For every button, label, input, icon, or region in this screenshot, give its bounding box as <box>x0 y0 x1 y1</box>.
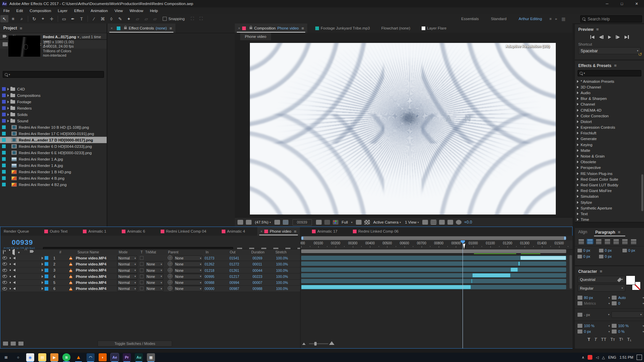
layer-audio-icon[interactable] <box>13 287 15 290</box>
selection-tool-icon[interactable]: ↖ <box>0 15 8 22</box>
panel-menu-icon[interactable]: ≡ <box>302 26 304 31</box>
layer-in-value[interactable]: 01262 <box>205 262 214 266</box>
effects-category-row[interactable]: Red Giant Color Suite <box>575 176 644 182</box>
expand-arrow-icon[interactable] <box>577 207 579 209</box>
layer-clip-bar[interactable] <box>520 256 566 260</box>
flowchart-button-icon[interactable] <box>447 220 453 225</box>
effects-category-row[interactable]: Noise & Grain <box>575 153 644 159</box>
hand-tool-icon[interactable]: ✳ <box>9 15 17 22</box>
region-of-interest-icon[interactable] <box>283 220 288 225</box>
layer-in-value[interactable]: 00995 <box>205 275 214 279</box>
layer-mode-dropdown[interactable]: Normal▾ <box>117 268 137 273</box>
layer-parent-dropdown[interactable]: None▾ <box>174 274 203 279</box>
close-tab-icon[interactable]: × <box>238 26 240 30</box>
layer-t-checkbox[interactable] <box>140 262 144 266</box>
panel-menu-icon[interactable]: ≡ <box>614 63 617 68</box>
project-folder-row[interactable]: C4D <box>0 86 107 92</box>
parent-pickwhip-icon[interactable]: @ <box>168 255 172 260</box>
rotate-tool-icon[interactable]: ↻ <box>30 15 38 22</box>
effects-scrollbar[interactable] <box>641 174 643 211</box>
layer-clip-bar[interactable] <box>471 279 472 283</box>
expand-arrow-icon[interactable] <box>577 195 579 198</box>
layer-video-icon[interactable] <box>2 256 7 259</box>
layer-parent-dropdown[interactable]: None▾ <box>174 286 203 291</box>
project-folder-row[interactable]: Renders <box>0 105 107 111</box>
project-folder-row[interactable]: Compositions <box>0 92 107 99</box>
layer-row-5[interactable]: 5Phone video.MP4Normal▾None▾@None▾009880… <box>0 280 300 286</box>
layer-stretch-value[interactable]: 100.0% <box>276 281 288 285</box>
label-color-chip[interactable] <box>2 106 6 110</box>
timeline-tab-render-queue[interactable]: Render Queue <box>0 227 32 236</box>
justify-last-left-button[interactable] <box>604 239 611 244</box>
expand-arrow-icon[interactable] <box>7 101 9 103</box>
recording-icon[interactable] <box>588 355 592 360</box>
expand-arrow-icon[interactable] <box>577 80 579 83</box>
layer-trkmat-dropdown[interactable]: None▾ <box>145 280 163 285</box>
indent-first-line-field[interactable]: 0 px <box>599 248 623 252</box>
timeline-tab-redmi-linked-comp-04[interactable]: Redmi Linked Comp 04 <box>157 227 210 236</box>
label-color-chip[interactable] <box>2 132 6 135</box>
roto-brush-tool-icon[interactable]: ✎ <box>116 15 124 22</box>
layer-row-6[interactable]: 6Phone video.MP4Normal▾None▾@None▾000000… <box>0 286 300 292</box>
effects-category-row[interactable]: Keying <box>575 142 644 147</box>
project-file-row[interactable]: Redmi Ani Render 6 E HD[0000-0233].png <box>0 149 107 156</box>
transparency-grid-icon[interactable] <box>364 220 370 225</box>
timeline-tab-animatic-17[interactable]: Animatic 17 <box>309 227 341 236</box>
interpret-footage-icon[interactable] <box>3 42 8 46</box>
composition-viewport[interactable]: F A N Adaptive Resolution (1/2) <box>235 40 573 217</box>
layer-lane-6[interactable] <box>301 284 573 290</box>
project-file-row[interactable]: Redmi Ani Render 1 A.jpg <box>0 156 107 162</box>
kerning-field[interactable]: Metrics▾ <box>578 301 610 305</box>
taskbar-utility-icon[interactable]: ▦ <box>147 353 155 361</box>
layer-row-2[interactable]: 2Phone video.MP4Normal▾None▾@None▾012620… <box>0 261 300 267</box>
effects-category-row[interactable]: CINEMA 4D <box>575 107 644 113</box>
taskbar-firefox-icon[interactable]: ◗ <box>99 353 107 361</box>
project-search-input[interactable]: ▾ <box>3 71 104 78</box>
expand-arrow-icon[interactable] <box>577 218 579 221</box>
fast-previews-icon[interactable] <box>431 220 436 225</box>
close-tab-icon[interactable]: × <box>261 230 263 233</box>
view-layout-dropdown[interactable]: 1 View ▾ <box>405 220 419 224</box>
label-color-chip[interactable] <box>2 170 6 174</box>
font-size-field[interactable]: 80 px▾ <box>578 296 610 300</box>
snapshot-icon[interactable] <box>316 220 322 225</box>
parent-pickwhip-icon[interactable]: @ <box>168 261 172 266</box>
layer-audio-icon[interactable] <box>13 281 15 284</box>
layer-in-value[interactable]: 00988 <box>205 281 214 285</box>
layer-parent-dropdown[interactable]: None▾ <box>174 280 203 285</box>
taskbar-spotify-icon[interactable]: ≋ <box>62 353 70 361</box>
layer-expand-icon[interactable] <box>42 263 43 265</box>
layer-clip-bar[interactable] <box>511 267 518 272</box>
show-channel-icon[interactable] <box>333 220 338 225</box>
panel-menu-icon[interactable]: ≡ <box>294 229 297 234</box>
expand-arrow-icon[interactable] <box>577 166 579 169</box>
navigator-start-handle[interactable] <box>301 236 304 240</box>
snapping-checkbox[interactable]: Snapping <box>163 17 185 21</box>
layer-color-chip[interactable] <box>45 268 48 272</box>
layer-mode-dropdown[interactable]: Normal▾ <box>117 261 137 267</box>
menu-animation[interactable]: Animation <box>87 9 111 13</box>
zoom-tool-icon[interactable]: ⌕ <box>18 15 26 22</box>
baseline-shift-field[interactable]: 0 px▾ <box>578 329 610 334</box>
menu-composition[interactable]: Composition <box>26 9 54 13</box>
workspace-standard[interactable]: Standard <box>491 17 507 21</box>
effects-category-row[interactable]: Matte <box>575 147 644 153</box>
expand-arrow-icon[interactable] <box>577 201 579 204</box>
parent-pickwhip-icon[interactable]: @ <box>168 268 172 273</box>
expand-arrow-icon[interactable] <box>577 213 579 215</box>
rectangle-tool-icon[interactable]: ▭ <box>60 15 68 22</box>
layer-expand-icon[interactable] <box>42 281 43 284</box>
layer-expand-icon[interactable] <box>42 275 43 278</box>
align-right-button[interactable] <box>595 239 602 244</box>
label-color-chip[interactable] <box>2 157 6 161</box>
layer-t-checkbox[interactable] <box>140 256 144 260</box>
expand-arrow-icon[interactable] <box>577 143 579 146</box>
clone-stamp-tool-icon[interactable]: ⌘ <box>99 15 107 22</box>
layer-row-1[interactable]: 1Phone video.MP4Normal▾@None▾01273015410… <box>0 255 300 261</box>
layer-t-checkbox[interactable] <box>140 281 144 284</box>
expand-arrow-icon[interactable] <box>577 109 579 112</box>
layer-in-value[interactable]: 00000 <box>205 287 214 291</box>
panel-menu-icon[interactable]: ≡ <box>169 26 172 31</box>
expand-arrow-icon[interactable] <box>7 113 9 116</box>
pan-behind-tool-icon[interactable]: ✛ <box>48 15 56 22</box>
